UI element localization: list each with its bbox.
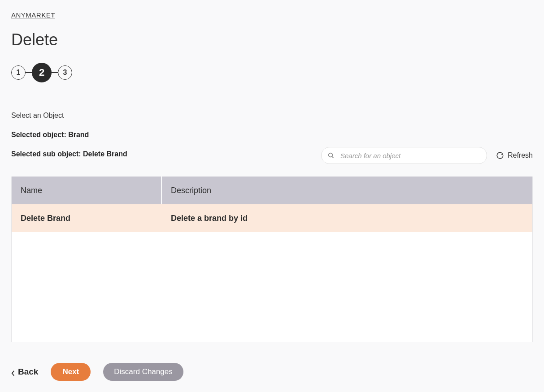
selected-object-label: Selected object: Brand <box>11 131 533 139</box>
page-title: Delete <box>11 30 533 49</box>
breadcrumb-link[interactable]: ANYMARKET <box>11 11 55 19</box>
back-button[interactable]: Back <box>11 367 38 377</box>
discard-button[interactable]: Discard Changes <box>103 363 183 381</box>
search-icon <box>327 152 335 159</box>
stepper-connector <box>26 72 32 73</box>
step-1[interactable]: 1 <box>11 65 26 80</box>
next-button[interactable]: Next <box>51 363 91 381</box>
svg-line-1 <box>332 156 333 158</box>
object-section: Select an Object Selected object: Brand … <box>11 112 533 342</box>
refresh-icon <box>496 151 504 159</box>
step-2[interactable]: 2 <box>32 63 52 82</box>
stepper-connector <box>52 72 58 73</box>
th-description: Description <box>162 177 532 204</box>
chevron-left-icon <box>11 369 15 375</box>
search-wrapper <box>321 147 487 164</box>
table-header: Name Description <box>12 177 532 204</box>
td-name: Delete Brand <box>12 204 162 232</box>
table-row[interactable]: Delete Brand Delete a brand by id <box>12 204 532 232</box>
th-name: Name <box>12 177 162 204</box>
td-description: Delete a brand by id <box>162 204 532 232</box>
svg-point-0 <box>329 153 333 157</box>
back-label: Back <box>18 367 38 377</box>
stepper: 1 2 3 <box>11 63 533 82</box>
step-3[interactable]: 3 <box>58 65 72 80</box>
refresh-button[interactable]: Refresh <box>496 151 533 159</box>
refresh-label: Refresh <box>508 151 533 159</box>
section-label: Select an Object <box>11 112 533 120</box>
footer-actions: Back Next Discard Changes <box>11 363 183 381</box>
object-table: Name Description Delete Brand Delete a b… <box>11 177 533 342</box>
search-input[interactable] <box>321 147 487 164</box>
